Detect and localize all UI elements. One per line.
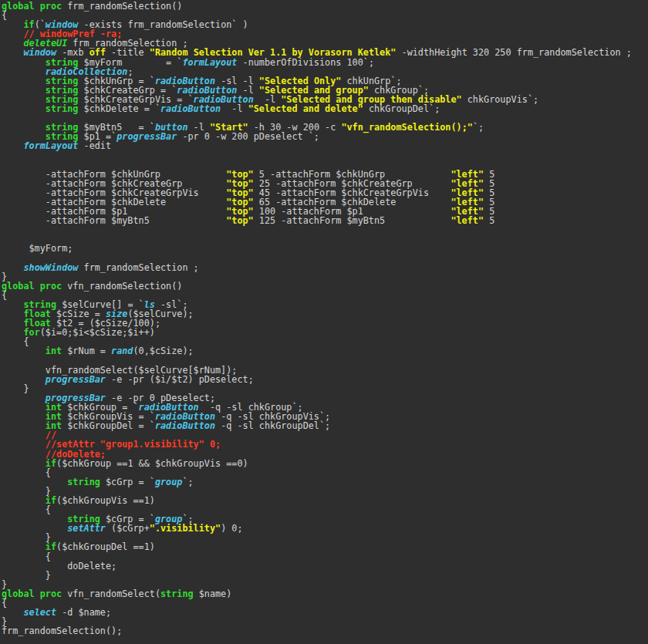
code-token — [2, 140, 23, 151]
code-token: string — [160, 588, 194, 599]
code-token: "left" — [451, 215, 484, 226]
code-token: global proc — [2, 281, 62, 292]
code-line: for($i=0;$i<$cSize;$i++) — [2, 328, 648, 337]
code-token: chkGroupDel`; — [363, 103, 440, 114]
code-token: $cGrp = ` — [100, 477, 155, 487]
code-token: radioButton — [155, 420, 215, 431]
code-token: rand — [111, 346, 133, 356]
code-line: formLayout -edit — [2, 141, 648, 150]
code-token: int — [46, 346, 62, 356]
code-token: ($cGrp+ — [106, 523, 150, 534]
code-token: $chkGroupDel = ` — [62, 420, 155, 431]
code-line: if($chkGroup ==1 && $chkGroupVis ==0) — [2, 459, 648, 468]
code-token: formLayout — [182, 57, 237, 68]
script-editor-pane[interactable]: global proc frm_randomSelection(){ if(`w… — [0, 0, 648, 644]
code-line: } — [2, 571, 648, 580]
code-token: -widthHeight 320 250 frm_randomSelection… — [396, 47, 631, 58]
code-line: -attachForm $myBtn5 "top" 125 -attachFor… — [2, 216, 648, 225]
code-token: frm_randomSelection(); — [2, 625, 122, 636]
code-token: setAttr — [67, 523, 106, 534]
code-token: -d $name; — [56, 607, 111, 618]
code-line: global proc vfn_randomSelect(string $nam… — [2, 589, 648, 598]
code-line: int $rNum = rand(0,$cSize); — [2, 346, 648, 356]
code-token: } — [2, 570, 51, 581]
code-token: formLayout — [23, 140, 78, 151]
code-token: global proc — [2, 588, 62, 599]
code-token: $chkDelete = ` — [78, 103, 160, 114]
code-line: select -d $name; — [2, 608, 648, 617]
code-token: ($chkGroupDel ==1) — [56, 541, 155, 552]
code-token: -pr 0 -w 200 pDeselect `; — [177, 131, 319, 142]
code-token: ($chkGroupVis ==1) — [56, 495, 155, 506]
code-token: string — [46, 103, 79, 114]
code-token: -e -pr ($i/$t2) pDeselect; — [106, 374, 254, 385]
code-token: (0,$cSize); — [133, 346, 193, 356]
code-line — [2, 225, 648, 234]
code-token — [2, 103, 46, 114]
code-line: global proc frm_randomSelection() — [2, 2, 648, 11]
code-token: radioButton — [160, 103, 221, 114]
code-token: -q -sl chkGroupDel`; — [215, 420, 330, 431]
code-token — [2, 346, 46, 356]
code-token: -l — [221, 103, 248, 114]
code-line: progressBar -e -pr ($i/$t2) pDeselect; — [2, 375, 648, 384]
code-line: string $cGrp = `group`; — [2, 477, 648, 487]
code-line — [2, 234, 648, 244]
code-line: global proc vfn_randomSelection() — [2, 282, 648, 291]
code-token: frm_randomSelection ; — [78, 262, 198, 273]
code-token: vfn_randomSelect( — [62, 588, 160, 599]
code-token: -attachForm $myBtn5 — [2, 215, 226, 226]
code-line: doDelete; — [2, 561, 648, 571]
code-line: setAttr ($cGrp+".visibility") 0; — [2, 524, 648, 533]
code-token: $name) — [194, 588, 232, 599]
code-line: showWindow frm_randomSelection ; — [2, 263, 648, 272]
code-token: $myForm; — [2, 243, 73, 254]
code-line: if($chkGroupDel ==1) — [2, 542, 648, 551]
code-token: showWindow — [23, 262, 78, 273]
code-line: if($chkGroupVis ==1) — [2, 496, 648, 505]
code-token: "top" — [226, 215, 254, 226]
code-token: "vfn_randomSelection();" — [341, 122, 472, 133]
code-token: chkGroupVis`; — [462, 94, 538, 105]
code-token: string — [67, 477, 100, 487]
code-token: $rNum = — [62, 346, 111, 356]
code-token: "Selected and delete" — [248, 103, 363, 114]
code-token: ($chkGroup ==1 && $chkGroupVis ==0) — [56, 458, 248, 469]
code-token: ) 0; — [221, 523, 242, 534]
code-line — [2, 151, 648, 160]
code-line: frm_randomSelection(); — [2, 626, 648, 636]
code-token: `; — [473, 122, 484, 133]
code-token: ($i=0;$i<$cSize;$i++) — [40, 327, 155, 338]
code-token: progressBar — [116, 131, 177, 142]
code-token: `; — [182, 477, 193, 487]
code-token: 5 — [484, 215, 494, 226]
code-token: progressBar — [46, 374, 106, 385]
code-token: ".visibility" — [150, 523, 221, 534]
code-token: 125 -attachForm $myBtn5 — [254, 215, 451, 226]
code-content: global proc frm_randomSelection(){ if(`w… — [2, 2, 648, 636]
code-token: group — [155, 477, 183, 487]
code-token: -numberOfDivisions 100`; — [237, 57, 374, 68]
code-token: vfn_randomSelection() — [62, 281, 182, 292]
code-line: string $chkDelete = `radioButton -l "Sel… — [2, 104, 648, 113]
code-token: global proc — [2, 1, 62, 12]
code-line: int $chkGroupDel = `radioButton -q -sl c… — [2, 421, 648, 430]
code-token: -edit — [78, 140, 111, 151]
code-line: $myForm; — [2, 244, 648, 253]
code-token: select — [23, 607, 56, 618]
code-token: frm_randomSelection() — [62, 1, 182, 12]
